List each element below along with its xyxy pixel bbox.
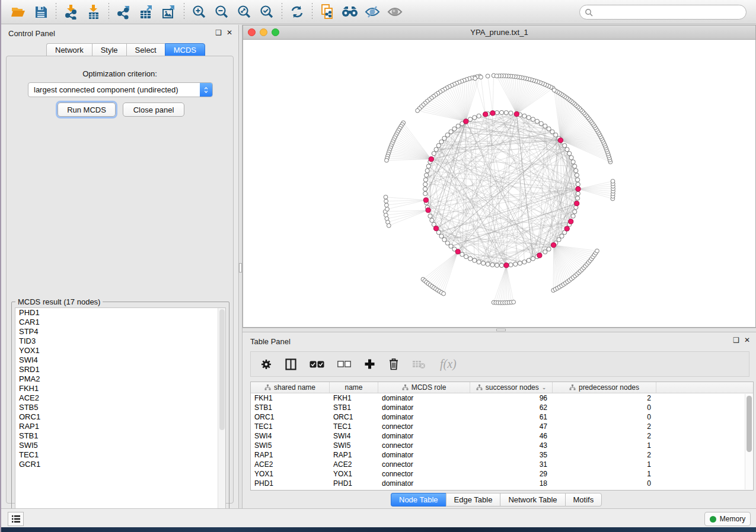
zoom-selected-icon[interactable] xyxy=(256,2,278,21)
tab-node-table[interactable]: Node Table xyxy=(391,493,446,507)
optimization-criterion-select[interactable]: largest connected component (undirected) xyxy=(28,82,213,97)
table-cell[interactable]: dominator xyxy=(378,394,470,402)
task-history-button[interactable] xyxy=(8,512,24,526)
mcds-result-item[interactable]: PHD1 xyxy=(15,308,225,318)
table-cell[interactable]: dominator xyxy=(378,451,470,459)
mcds-result-item[interactable]: SWI4 xyxy=(15,355,225,365)
float-panel-icon[interactable]: ❑ xyxy=(215,29,222,36)
table-cell[interactable]: dominator xyxy=(378,432,470,440)
mcds-result-item[interactable]: YOX1 xyxy=(15,346,225,355)
mcds-result-item[interactable]: STB1 xyxy=(15,431,225,441)
table-row[interactable]: PHD1PHD1dominator180 xyxy=(251,479,753,488)
splitter-grip[interactable] xyxy=(239,263,242,273)
tab-mcds[interactable]: MCDS xyxy=(165,43,205,56)
table-cell[interactable]: RAP1 xyxy=(330,451,378,459)
table-cell[interactable]: dominator xyxy=(378,413,470,421)
mcds-result-item[interactable]: ORC1 xyxy=(15,412,225,422)
node-table[interactable]: shared namenameMCDS rolesuccessor nodes⌄… xyxy=(250,382,754,491)
table-cell[interactable]: 46 xyxy=(470,432,553,440)
mcds-result-item[interactable]: TID3 xyxy=(15,336,225,346)
table-cell[interactable]: TEC1 xyxy=(251,422,330,431)
add-column-icon[interactable] xyxy=(364,358,375,370)
table-cell[interactable]: SWI4 xyxy=(330,432,378,440)
table-cell[interactable]: dominator xyxy=(378,479,470,488)
mcds-result-list[interactable]: PHD1CAR1STP4TID3YOX1SWI4SRD1PMA2FKH1ACE2… xyxy=(15,307,226,517)
mcds-result-item[interactable]: FKH1 xyxy=(15,384,225,393)
table-cell[interactable]: 31 xyxy=(470,460,553,469)
table-scrollbar[interactable] xyxy=(745,394,752,489)
table-cell[interactable]: ORC1 xyxy=(330,413,378,421)
tab-motifs[interactable]: Motifs xyxy=(565,493,602,507)
table-cell[interactable]: 0 xyxy=(553,479,656,488)
table-cell[interactable]: 61 xyxy=(470,413,553,421)
zoom-out-icon[interactable] xyxy=(210,2,233,21)
import-table-icon[interactable] xyxy=(82,2,105,21)
table-cell[interactable]: ACE2 xyxy=(330,460,378,469)
column-settings-gear-icon[interactable] xyxy=(260,358,272,370)
clone-network-icon[interactable] xyxy=(316,2,339,21)
table-row[interactable]: ORC1ORC1dominator610 xyxy=(251,412,753,422)
close-panel-button[interactable]: Close panel xyxy=(123,102,184,117)
table-cell[interactable]: SWI5 xyxy=(251,441,330,450)
function-builder-icon[interactable]: f(x) xyxy=(439,357,464,371)
table-cell[interactable]: YOX1 xyxy=(330,470,378,478)
zoom-in-icon[interactable] xyxy=(188,2,210,21)
mcds-scrollbar[interactable] xyxy=(218,308,225,517)
table-cell[interactable]: FKH1 xyxy=(330,394,378,402)
mcds-result-item[interactable]: ACE2 xyxy=(15,393,225,403)
table-cell[interactable]: 29 xyxy=(470,470,553,478)
tab-select[interactable]: Select xyxy=(126,43,165,56)
splitter-grip[interactable] xyxy=(496,329,506,331)
table-cell[interactable]: 2 xyxy=(553,394,656,402)
deselect-all-checkboxes-icon[interactable] xyxy=(337,361,351,367)
table-cell[interactable]: PHD1 xyxy=(330,479,378,488)
mcds-result-item[interactable]: PMA2 xyxy=(15,374,225,384)
table-cell[interactable]: STB1 xyxy=(330,403,378,412)
table-cell[interactable]: PHD1 xyxy=(251,479,330,488)
table-cell[interactable]: 47 xyxy=(470,422,553,431)
table-cell[interactable]: 96 xyxy=(470,394,553,402)
mcds-result-item[interactable]: GCR1 xyxy=(15,460,225,469)
table-cell[interactable]: 1 xyxy=(553,441,656,450)
mcds-result-item[interactable]: STP4 xyxy=(15,327,225,336)
refresh-layout-icon[interactable] xyxy=(286,2,308,21)
open-file-icon[interactable] xyxy=(7,2,30,21)
delete-table-icon[interactable] xyxy=(412,360,426,369)
table-cell[interactable]: ORC1 xyxy=(251,413,330,421)
run-mcds-button[interactable]: Run MCDS xyxy=(58,102,116,117)
network-canvas[interactable] xyxy=(243,40,755,327)
close-panel-icon[interactable]: ✕ xyxy=(744,336,750,344)
network-window-titlebar[interactable]: YPA_prune.txt_1 xyxy=(243,25,755,40)
mcds-result-item[interactable]: SWI5 xyxy=(15,441,225,450)
export-image-icon[interactable] xyxy=(158,2,180,21)
table-cell[interactable]: 2 xyxy=(553,451,656,459)
table-row[interactable]: RAP1RAP1dominator352 xyxy=(251,450,753,460)
table-row[interactable]: SWI4SWI4dominator462 xyxy=(251,431,753,441)
table-row[interactable]: SWI5SWI5connector431 xyxy=(251,441,753,450)
table-row[interactable]: STB1STB1dominator620 xyxy=(251,403,753,412)
column-header-name[interactable]: name xyxy=(330,382,378,393)
show-columns-icon[interactable] xyxy=(285,358,296,370)
import-network-icon[interactable] xyxy=(60,2,82,21)
mcds-result-item[interactable]: SRD1 xyxy=(15,365,225,374)
table-cell[interactable]: TEC1 xyxy=(330,422,378,431)
table-cell[interactable]: 2 xyxy=(553,422,656,431)
table-scrollbar-thumb[interactable] xyxy=(747,396,752,452)
zoom-fit-icon[interactable] xyxy=(233,2,256,21)
table-cell[interactable]: connector xyxy=(378,470,470,478)
table-cell[interactable]: connector xyxy=(378,441,470,450)
mcds-result-item[interactable]: TEC1 xyxy=(15,450,225,460)
hide-selected-icon[interactable] xyxy=(361,2,384,21)
mcds-result-item[interactable]: CAR1 xyxy=(15,318,225,327)
save-session-icon[interactable] xyxy=(30,2,52,21)
column-header-shared-name[interactable]: shared name xyxy=(251,382,330,393)
table-cell[interactable]: 62 xyxy=(470,403,553,412)
table-cell[interactable]: 1 xyxy=(553,460,656,469)
table-row[interactable]: TEC1TEC1connector472 xyxy=(251,422,753,431)
column-header-successor-nodes[interactable]: successor nodes⌄ xyxy=(470,382,553,393)
select-all-checkboxes-icon[interactable] xyxy=(310,361,324,368)
export-table-icon[interactable] xyxy=(135,2,158,21)
table-cell[interactable]: dominator xyxy=(378,403,470,412)
table-cell[interactable]: 18 xyxy=(470,479,553,488)
mcds-scrollbar-thumb[interactable] xyxy=(219,309,225,430)
